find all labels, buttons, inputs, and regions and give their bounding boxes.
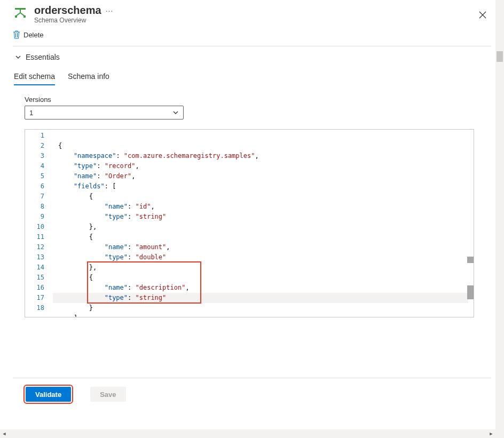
delete-icon [13, 30, 20, 39]
svg-rect-3 [23, 15, 26, 18]
editor-gutter: 123 456 789 101112 131415 161718 [25, 130, 53, 317]
essentials-toggle[interactable]: Essentials [13, 46, 491, 68]
validate-button[interactable]: Validate [26, 387, 71, 402]
minimap-marker [467, 285, 474, 299]
delete-button[interactable]: Delete [13, 30, 44, 39]
footer-separator [13, 378, 491, 378]
vertical-scrollbar[interactable] [495, 0, 504, 438]
scrollbar-thumb[interactable] [497, 51, 503, 62]
page-title: orderschema [34, 4, 101, 17]
essentials-label: Essentials [26, 53, 60, 61]
tab-schema-info[interactable]: Schema info [68, 68, 109, 85]
code-editor[interactable]: 123 456 789 101112 131415 161718 { "name… [25, 129, 474, 317]
tab-bar: Edit schema Schema info [13, 68, 491, 85]
versions-selected: 1 [29, 109, 33, 117]
delete-label: Delete [23, 31, 44, 39]
chevron-down-icon [172, 109, 179, 116]
scroll-right-icon[interactable]: ► [488, 431, 494, 436]
more-actions-button[interactable]: ··· [106, 6, 114, 15]
scroll-left-icon[interactable]: ◄ [1, 431, 7, 436]
schema-icon [13, 5, 28, 20]
versions-label: Versions [25, 95, 490, 103]
svg-rect-0 [15, 8, 26, 10]
pane-header: orderschema ··· Schema Overview [0, 0, 504, 26]
chevron-down-icon [15, 54, 21, 60]
svg-rect-2 [15, 15, 17, 18]
tab-edit-schema[interactable]: Edit schema [14, 68, 55, 85]
close-button[interactable] [474, 6, 491, 23]
minimap-marker [467, 257, 474, 263]
versions-select[interactable]: 1 [25, 106, 184, 120]
save-button: Save [90, 387, 125, 402]
editor-content[interactable]: { "namespace": "com.azure.schemaregistry… [58, 131, 467, 317]
close-icon [479, 11, 486, 19]
horizontal-scrollbar[interactable]: ◄ ► [0, 429, 495, 438]
page-subtitle: Schema Overview [34, 17, 468, 24]
